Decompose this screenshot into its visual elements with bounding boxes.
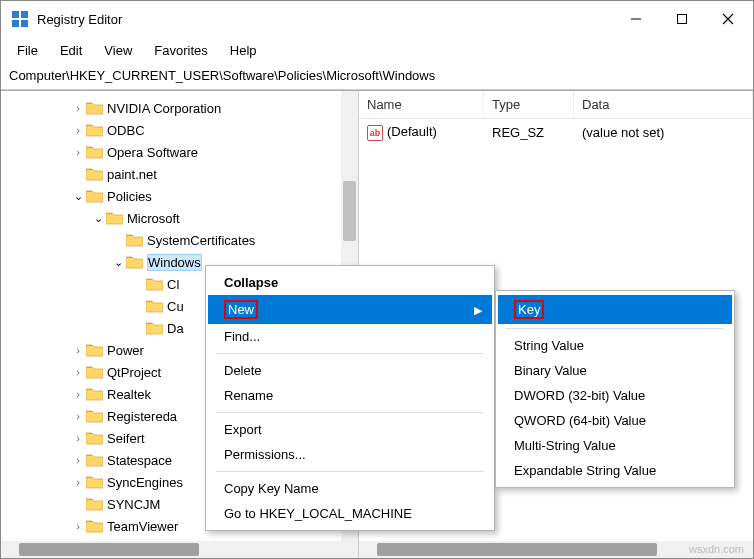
svg-rect-5 — [678, 15, 687, 24]
menu-item-find[interactable]: Find... — [208, 324, 492, 349]
menu-item-qword-64-bit-value[interactable]: QWORD (64-bit) Value — [498, 408, 732, 433]
folder-icon — [86, 519, 103, 533]
chevron-right-icon[interactable]: › — [71, 146, 85, 158]
folder-icon — [86, 167, 103, 181]
folder-icon — [106, 211, 123, 225]
menu-item-copy-key-name[interactable]: Copy Key Name — [208, 476, 492, 501]
tree-item[interactable]: paint.net — [1, 163, 358, 185]
cell-data: (value not set) — [574, 122, 753, 143]
menu-item-expandable-string-value[interactable]: Expandable String Value — [498, 458, 732, 483]
menu-favorites[interactable]: Favorites — [144, 39, 217, 62]
folder-icon — [126, 233, 143, 247]
chevron-right-icon[interactable]: › — [71, 102, 85, 114]
tree-label[interactable]: Realtek — [107, 387, 151, 402]
minimize-button[interactable] — [613, 3, 659, 35]
chevron-right-icon[interactable]: › — [71, 410, 85, 422]
tree-item[interactable]: ⌄Policies — [1, 185, 358, 207]
menu-item-dword-32-bit-value[interactable]: DWORD (32-bit) Value — [498, 383, 732, 408]
folder-icon — [86, 475, 103, 489]
chevron-down-icon[interactable]: ⌄ — [71, 190, 85, 203]
menu-item-go-to-hkey-local-machine[interactable]: Go to HKEY_LOCAL_MACHINE — [208, 501, 492, 526]
tree-item[interactable]: SystemCertificates — [1, 229, 358, 251]
svg-rect-1 — [21, 11, 28, 18]
cell-name: ab(Default) — [359, 121, 484, 144]
tree-label[interactable]: Microsoft — [127, 211, 180, 226]
chevron-right-icon[interactable]: › — [71, 344, 85, 356]
chevron-right-icon[interactable]: › — [71, 432, 85, 444]
menu-item-delete[interactable]: Delete — [208, 358, 492, 383]
tree-label[interactable]: paint.net — [107, 167, 157, 182]
tree-label[interactable]: QtProject — [107, 365, 161, 380]
tree-label[interactable]: Cu — [167, 299, 184, 314]
chevron-right-icon[interactable]: › — [71, 454, 85, 466]
menu-item-collapse[interactable]: Collapse — [208, 270, 492, 295]
chevron-down-icon[interactable]: ⌄ — [91, 212, 105, 225]
folder-icon — [86, 387, 103, 401]
list-row[interactable]: ab(Default) REG_SZ (value not set) — [359, 119, 753, 146]
submenu-new[interactable]: KeyString ValueBinary ValueDWORD (32-bit… — [495, 290, 735, 488]
cell-type: REG_SZ — [484, 122, 574, 143]
tree-label[interactable]: Power — [107, 343, 144, 358]
tree-item[interactable]: ›NVIDIA Corporation — [1, 97, 358, 119]
tree-label[interactable]: NVIDIA Corporation — [107, 101, 221, 116]
tree-label[interactable]: SyncEngines — [107, 475, 183, 490]
folder-icon — [86, 497, 103, 511]
menubar: File Edit View Favorites Help — [1, 37, 753, 64]
list-header[interactable]: Name Type Data — [359, 91, 753, 119]
menu-item-key[interactable]: Key — [498, 295, 732, 324]
tree-item[interactable]: ›ODBC — [1, 119, 358, 141]
menu-file[interactable]: File — [7, 39, 48, 62]
tree-label[interactable]: Seifert — [107, 431, 145, 446]
column-data[interactable]: Data — [574, 91, 753, 118]
column-name[interactable]: Name — [359, 91, 484, 118]
folder-icon — [86, 343, 103, 357]
tree-label[interactable]: SYNCJM — [107, 497, 160, 512]
menu-item-new[interactable]: New▶ — [208, 295, 492, 324]
menu-item-export[interactable]: Export — [208, 417, 492, 442]
tree-label[interactable]: Policies — [107, 189, 152, 204]
column-type[interactable]: Type — [484, 91, 574, 118]
folder-icon — [146, 277, 163, 291]
chevron-right-icon[interactable]: › — [71, 388, 85, 400]
address-bar[interactable]: Computer\HKEY_CURRENT_USER\Software\Poli… — [1, 64, 753, 90]
tree-label[interactable]: Cl — [167, 277, 179, 292]
chevron-down-icon[interactable]: ⌄ — [111, 256, 125, 269]
titlebar: Registry Editor — [1, 1, 753, 37]
maximize-button[interactable] — [659, 3, 705, 35]
tree-label[interactable]: TeamViewer — [107, 519, 178, 534]
tree-label[interactable]: Windows — [147, 254, 202, 271]
menu-separator — [506, 328, 724, 329]
folder-icon — [146, 299, 163, 313]
tree-label[interactable]: Da — [167, 321, 184, 336]
close-button[interactable] — [705, 3, 751, 35]
folder-icon — [126, 255, 143, 269]
folder-icon — [86, 453, 103, 467]
menu-view[interactable]: View — [94, 39, 142, 62]
chevron-right-icon[interactable]: › — [71, 520, 85, 532]
menu-edit[interactable]: Edit — [50, 39, 92, 62]
tree-item[interactable]: ⌄Microsoft — [1, 207, 358, 229]
tree-label[interactable]: ODBC — [107, 123, 145, 138]
watermark: wsxdn.com — [689, 543, 744, 555]
svg-rect-2 — [12, 20, 19, 27]
chevron-right-icon[interactable]: › — [71, 476, 85, 488]
tree-label[interactable]: SystemCertificates — [147, 233, 255, 248]
submenu-arrow-icon: ▶ — [474, 303, 482, 316]
menu-item-binary-value[interactable]: Binary Value — [498, 358, 732, 383]
menu-item-multi-string-value[interactable]: Multi-String Value — [498, 433, 732, 458]
menu-item-string-value[interactable]: String Value — [498, 333, 732, 358]
folder-icon — [86, 101, 103, 115]
chevron-right-icon[interactable]: › — [71, 366, 85, 378]
tree-label[interactable]: Registereda — [107, 409, 177, 424]
menu-item-permissions[interactable]: Permissions... — [208, 442, 492, 467]
chevron-right-icon[interactable]: › — [71, 124, 85, 136]
menu-item-rename[interactable]: Rename — [208, 383, 492, 408]
folder-icon — [86, 431, 103, 445]
tree-item[interactable]: ›Opera Software — [1, 141, 358, 163]
tree-label[interactable]: Statespace — [107, 453, 172, 468]
menu-help[interactable]: Help — [220, 39, 267, 62]
tree-scrollbar-h[interactable] — [1, 541, 358, 558]
window-title: Registry Editor — [37, 12, 613, 27]
context-menu[interactable]: CollapseNew▶Find...DeleteRenameExportPer… — [205, 265, 495, 531]
tree-label[interactable]: Opera Software — [107, 145, 198, 160]
